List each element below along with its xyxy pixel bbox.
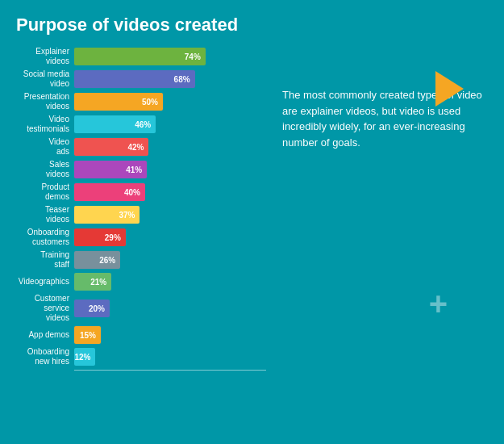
bar: 41% [74,161,147,178]
bar-row: App demos15% [16,326,266,344]
bar-container: 46% [74,115,266,133]
bar-value: 74% [185,52,201,61]
bars-section: Explainervideos74%Social mediavideo68%Pr… [16,47,266,371]
bar-row: Videotestimonials46% [16,115,266,134]
plus-icon: + [429,286,448,322]
bar-value: 42% [127,143,144,152]
bar-label: Videoads [16,137,74,157]
bar-container: 50% [74,93,266,111]
bar-label: Onboardingcustomers [16,228,74,247]
bar-label: Presentationvideos [16,92,74,111]
bar-row: Onboardingcustomers29% [16,228,266,247]
bar: 29% [74,228,126,246]
bar-row: Salesvideos41% [16,160,266,179]
bar-row: Explainervideos74% [16,47,266,66]
bar-row: Social mediavideo68% [16,69,266,89]
bar-label: Customer servicevideos [16,294,74,323]
bar-container: 37% [74,206,266,224]
bar: 40% [74,183,145,201]
bar-label: App demos [16,330,74,340]
bar-label: Trainingstaff [16,250,74,270]
bar: 26% [74,251,120,269]
bar-row: Customer servicevideos20% [16,294,266,323]
bar-container: 21% [74,273,266,291]
bar-label: Productdemos [16,182,74,202]
bar-container: 20% [74,299,266,317]
bar-container: 68% [74,70,266,88]
bar-value: 15% [80,331,96,340]
bar-container: 42% [74,138,266,156]
bar: 68% [74,70,195,88]
bar-container: 29% [74,228,266,246]
bar-container: 15% [74,326,266,344]
bar: 46% [74,115,156,133]
chart-title: Purpose of videos created [16,15,488,36]
bar-label: Teaservideos [16,205,74,224]
bar: 37% [74,206,140,224]
bar-value: 46% [135,120,151,129]
bar-value: 29% [105,233,121,242]
bar-value: 26% [99,256,115,265]
bar-row: Videoads42% [16,137,266,157]
bar-value: 50% [142,98,158,107]
arrow-icon [435,71,464,107]
bar-row: Productdemos40% [16,182,266,202]
bar-container: 41% [74,161,266,178]
bar-container: 74% [74,48,266,65]
bar: 42% [74,138,148,156]
bar: 20% [74,299,110,317]
chart-area: Explainervideos74%Social mediavideo68%Pr… [16,47,488,371]
bar-value: 68% [174,75,190,84]
bar: 12% [74,348,95,366]
bar-value: 37% [119,211,135,220]
bar-row: Videographics21% [16,273,266,291]
bar: 15% [74,326,101,344]
bar-row: Trainingstaff26% [16,250,266,270]
bar-label: Social mediavideo [16,69,74,89]
bar-label: Explainervideos [16,47,74,66]
bar-value: 20% [89,304,105,313]
bar-value: 41% [126,165,142,174]
bar-row: Onboardingnew hires12% [16,347,266,367]
bar-label: Salesvideos [16,160,74,179]
bar-container: 12% [74,348,266,366]
bar: 21% [74,273,111,291]
bar-label: Onboardingnew hires [16,347,74,367]
bar: 50% [74,93,163,111]
main-container: Purpose of videos created Explainervideo… [0,0,504,379]
right-section: The most commonly created types of video… [266,47,488,371]
axis-line [74,370,266,371]
bar-value: 21% [90,278,106,287]
bar-label: Videographics [16,277,74,287]
bar-row: Teaservideos37% [16,205,266,224]
bar: 74% [74,48,206,65]
bar-value: 12% [74,353,90,362]
bar-container: 26% [74,251,266,269]
bar-value: 40% [124,188,140,197]
bar-label: Videotestimonials [16,115,74,134]
bar-container: 40% [74,183,266,201]
bar-row: Presentationvideos50% [16,92,266,111]
